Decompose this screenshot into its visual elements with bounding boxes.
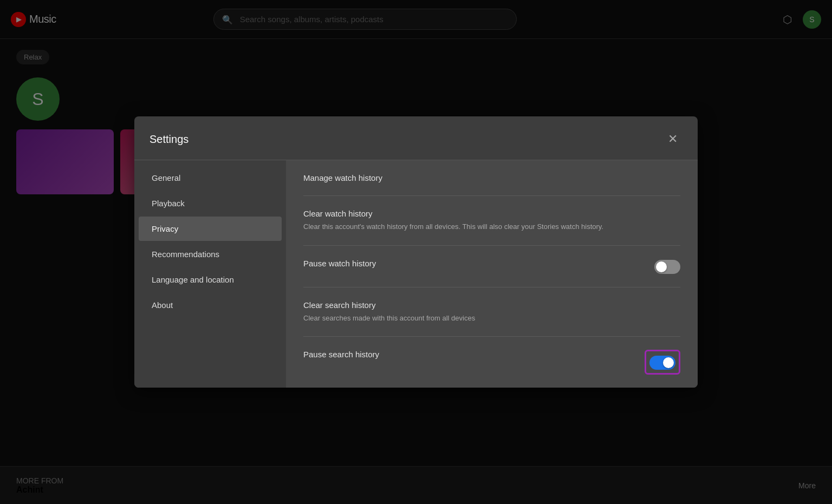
clear-search-history-row: Clear search history Clear searches made… xyxy=(303,300,680,324)
pause-search-history-label: Pause search history xyxy=(303,350,634,359)
settings-modal: Settings ✕ General Playback Privacy Reco… xyxy=(134,116,698,388)
pause-watch-history-knob xyxy=(656,261,667,272)
pause-search-history-knob xyxy=(663,357,674,368)
modal-overlay: Settings ✕ General Playback Privacy Reco… xyxy=(0,0,832,504)
pause-watch-history-toggle[interactable] xyxy=(654,260,680,274)
sidebar-item-playback[interactable]: Playback xyxy=(139,191,282,215)
manage-watch-history-section: Manage watch history xyxy=(303,160,680,196)
settings-content: Manage watch history Clear watch history… xyxy=(286,160,698,388)
pause-search-history-row: Pause search history xyxy=(303,350,680,375)
pause-search-history-highlight xyxy=(645,350,680,375)
sidebar-item-language[interactable]: Language and location xyxy=(139,267,282,292)
clear-search-history-label[interactable]: Clear search history xyxy=(303,300,680,310)
pause-watch-history-row: Pause watch history xyxy=(303,259,680,274)
pause-watch-history-label: Pause watch history xyxy=(303,259,644,268)
pause-watch-history-text: Pause watch history xyxy=(303,259,644,268)
sidebar-item-general[interactable]: General xyxy=(139,166,282,190)
pause-search-history-text: Pause search history xyxy=(303,350,634,359)
close-icon: ✕ xyxy=(668,132,678,146)
clear-watch-history-row: Clear watch history Clear this account's… xyxy=(303,209,680,232)
sidebar-item-privacy[interactable]: Privacy xyxy=(139,217,282,241)
settings-nav: General Playback Privacy Recommendations… xyxy=(134,160,286,388)
pause-search-history-section: Pause search history xyxy=(303,337,680,388)
clear-watch-history-desc: Clear this account's watch history from … xyxy=(303,221,680,232)
modal-close-button[interactable]: ✕ xyxy=(663,129,682,149)
clear-search-history-desc: Clear searches made with this account fr… xyxy=(303,313,680,324)
manage-watch-history-link[interactable]: Manage watch history xyxy=(303,173,382,182)
pause-search-history-toggle[interactable] xyxy=(649,356,675,370)
modal-body: General Playback Privacy Recommendations… xyxy=(134,160,698,388)
modal-header: Settings ✕ xyxy=(134,116,698,160)
pause-watch-history-section: Pause watch history xyxy=(303,246,680,287)
clear-watch-history-text: Clear watch history Clear this account's… xyxy=(303,209,680,232)
manage-watch-history-row: Manage watch history xyxy=(303,173,680,182)
sidebar-item-about[interactable]: About xyxy=(139,293,282,317)
clear-watch-history-section: Clear watch history Clear this account's… xyxy=(303,196,680,246)
clear-watch-history-label[interactable]: Clear watch history xyxy=(303,209,680,218)
modal-title: Settings xyxy=(150,133,188,146)
clear-search-history-section: Clear search history Clear searches made… xyxy=(303,287,680,337)
sidebar-item-recommendations[interactable]: Recommendations xyxy=(139,242,282,266)
clear-search-history-text: Clear search history Clear searches made… xyxy=(303,300,680,324)
